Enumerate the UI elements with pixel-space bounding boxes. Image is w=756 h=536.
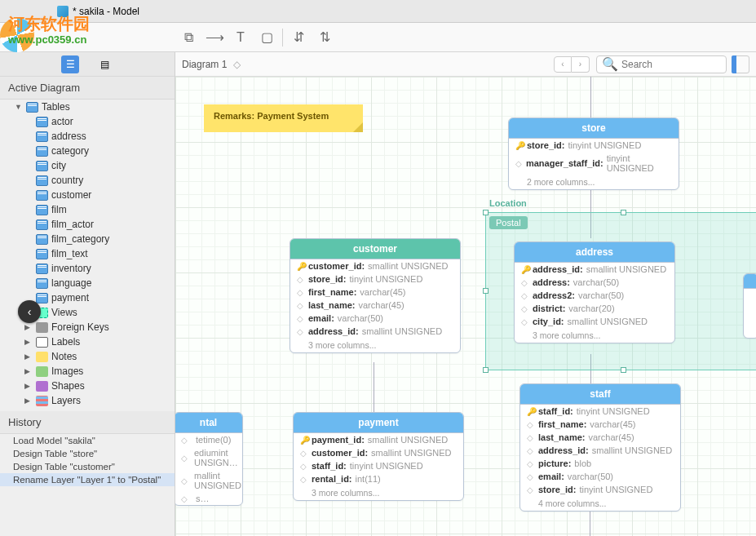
column-row[interactable]: ◇ ediumint UNSIGN… xyxy=(175,446,242,469)
table-item-category[interactable]: category xyxy=(0,144,175,158)
group-icon xyxy=(36,322,48,333)
list-view-icon[interactable]: ▤ xyxy=(95,55,113,73)
column-row[interactable]: ◇store_id: tinyint UNSIGNED xyxy=(520,483,680,496)
entity-payment[interactable]: payment 🔑payment_id: smallint UNSIGNED◇c… xyxy=(293,412,464,501)
history-item[interactable]: Design Table "customer" xyxy=(0,460,175,473)
back-button[interactable]: ‹ xyxy=(18,300,41,323)
diamond-icon: ◇ xyxy=(527,472,535,481)
table-icon xyxy=(36,190,48,201)
entity-partial[interactable] xyxy=(743,273,756,339)
column-row[interactable]: 🔑payment_id: smallint UNSIGNED xyxy=(294,433,463,446)
remark-note[interactable]: Remarks: Payment System xyxy=(204,104,363,132)
column-row[interactable]: ◇picture: blob xyxy=(520,457,680,470)
more-columns[interactable]: 3 more columns... xyxy=(515,328,674,343)
model-tab[interactable]: * sakila - Model xyxy=(49,2,148,20)
diagram-selector[interactable]: Diagram 1◇ xyxy=(182,59,241,70)
reverse-tool-icon[interactable]: ⇵ xyxy=(290,29,307,47)
column-row[interactable]: 🔑address_id: smallint UNSIGNED xyxy=(515,263,674,276)
column-row[interactable]: ◇customer_id: smallint UNSIGNED xyxy=(294,446,463,459)
group-labels[interactable]: ▶Labels xyxy=(0,334,175,349)
diamond-icon: ◇ xyxy=(521,317,529,326)
expand-icon[interactable]: ▶ xyxy=(24,367,33,375)
table-item-inventory[interactable]: inventory xyxy=(0,261,175,276)
more-columns[interactable]: 3 more columns... xyxy=(294,485,463,500)
group-tool-icon[interactable]: ⧉ xyxy=(179,29,197,47)
column-row[interactable]: ◇address_id: smallint UNSIGNED xyxy=(520,444,680,457)
column-row[interactable]: 🔑customer_id: smallint UNSIGNED xyxy=(290,259,460,272)
table-item-film_actor[interactable]: film_actor xyxy=(0,217,175,232)
expand-icon[interactable]: ▶ xyxy=(24,323,33,331)
expand-icon[interactable]: ▶ xyxy=(24,396,33,405)
key-icon: 🔑 xyxy=(521,265,529,274)
column-row[interactable]: ◇ tetime(0) xyxy=(175,433,242,446)
group-layers[interactable]: ▶Layers xyxy=(0,393,175,408)
prev-arrow-icon[interactable]: ‹ xyxy=(554,56,572,73)
more-columns[interactable]: 2 more columns... xyxy=(509,175,679,189)
table-item-address[interactable]: address xyxy=(0,129,175,144)
search-input[interactable] xyxy=(621,59,721,70)
forward-tool-icon[interactable]: ⇅ xyxy=(316,29,334,47)
column-row[interactable]: ◇staff_id: tinyint UNSIGNED xyxy=(294,459,463,472)
expand-icon[interactable]: ▶ xyxy=(24,338,33,346)
text-tool-icon[interactable]: T xyxy=(232,29,250,47)
table-item-film[interactable]: film xyxy=(0,202,175,217)
diamond-icon: ◇ xyxy=(521,304,529,313)
entity-address[interactable]: address 🔑address_id: smallint UNSIGNED◇a… xyxy=(514,241,675,343)
group-images[interactable]: ▶Images xyxy=(0,364,175,379)
column-row[interactable]: 🔑store_id: tinyint UNSIGNED xyxy=(509,139,679,152)
shape-tool-icon[interactable]: ▢ xyxy=(258,29,276,47)
panel-toggle-icon[interactable] xyxy=(732,55,749,73)
collapse-icon[interactable]: ▼ xyxy=(15,103,23,111)
search-box[interactable]: 🔍 xyxy=(596,55,727,73)
column-row[interactable]: ◇address2: varchar(50) xyxy=(515,289,674,302)
expand-icon[interactable]: ▶ xyxy=(24,382,33,390)
next-arrow-icon[interactable]: › xyxy=(572,56,590,73)
diamond-icon: ◇ xyxy=(515,159,523,168)
column-row[interactable]: ◇first_name: varchar(45) xyxy=(290,286,460,299)
group-notes[interactable]: ▶Notes xyxy=(0,349,175,364)
column-row[interactable]: ◇district: varchar(20) xyxy=(515,302,674,315)
table-item-actor[interactable]: actor xyxy=(0,114,175,129)
table-item-film_category[interactable]: film_category xyxy=(0,232,175,246)
history-item[interactable]: Load Model "sakila" xyxy=(0,434,175,447)
column-row[interactable]: ◇last_name: varchar(45) xyxy=(520,431,680,444)
table-item-film_text[interactable]: film_text xyxy=(0,246,175,261)
history-item[interactable]: Rename Layer "Layer 1" to "Postal" xyxy=(0,473,175,486)
column-row[interactable]: ◇ s… xyxy=(175,492,242,505)
key-icon: 🔑 xyxy=(515,141,524,150)
entity-rental[interactable]: ntal ◇ tetime(0)◇ ediumint UNSIGN…◇ mall… xyxy=(175,412,243,506)
diamond-icon: ◇ xyxy=(297,288,305,297)
column-row[interactable]: ◇manager_staff_id: tinyint UNSIGNED xyxy=(509,152,679,175)
column-row[interactable]: ◇email: varchar(50) xyxy=(290,312,460,325)
more-columns[interactable]: 4 more columns... xyxy=(520,496,680,511)
column-row[interactable]: ◇address_id: smallint UNSIGNED xyxy=(290,325,460,338)
diagram-canvas[interactable]: Remarks: Payment System Location Postal xyxy=(175,77,756,536)
history-header: History xyxy=(0,411,175,434)
column-row[interactable]: ◇last_name: varchar(45) xyxy=(290,299,460,312)
history-item[interactable]: Design Table "store" xyxy=(0,447,175,460)
column-row[interactable]: ◇first_name: varchar(45) xyxy=(520,418,680,431)
table-icon xyxy=(36,264,48,274)
table-item-customer[interactable]: customer xyxy=(0,188,175,202)
column-row[interactable]: ◇store_id: tinyint UNSIGNED xyxy=(290,272,460,286)
table-item-city[interactable]: city xyxy=(0,158,175,173)
table-icon xyxy=(36,219,48,230)
entity-customer[interactable]: customer 🔑customer_id: smallint UNSIGNED… xyxy=(290,238,461,353)
outline-view-icon[interactable]: ☰ xyxy=(61,55,79,73)
table-item-country[interactable]: country xyxy=(0,173,175,188)
column-row[interactable]: ◇email: varchar(50) xyxy=(520,470,680,483)
column-row[interactable]: ◇ mallint UNSIGNED xyxy=(175,469,242,492)
table-item-language[interactable]: language xyxy=(0,276,175,290)
tables-node[interactable]: ▼ Tables xyxy=(0,100,175,114)
group-shapes[interactable]: ▶Shapes xyxy=(0,379,175,393)
relation-tool-icon[interactable]: ⟶ xyxy=(206,29,223,47)
entity-staff[interactable]: staff 🔑staff_id: tinyint UNSIGNED◇first_… xyxy=(519,383,681,512)
expand-icon[interactable]: ▶ xyxy=(24,352,33,361)
column-row[interactable]: ◇city_id: smallint UNSIGNED xyxy=(515,315,674,328)
column-row[interactable]: ◇address: varchar(50) xyxy=(515,276,674,289)
entity-store[interactable]: store 🔑store_id: tinyint UNSIGNED◇manage… xyxy=(508,117,679,190)
column-row[interactable]: 🔑staff_id: tinyint UNSIGNED xyxy=(520,405,680,418)
more-columns[interactable]: 3 more columns... xyxy=(290,338,460,352)
entity-title: store xyxy=(509,118,679,139)
column-row[interactable]: ◇rental_id: int(11) xyxy=(294,472,463,485)
